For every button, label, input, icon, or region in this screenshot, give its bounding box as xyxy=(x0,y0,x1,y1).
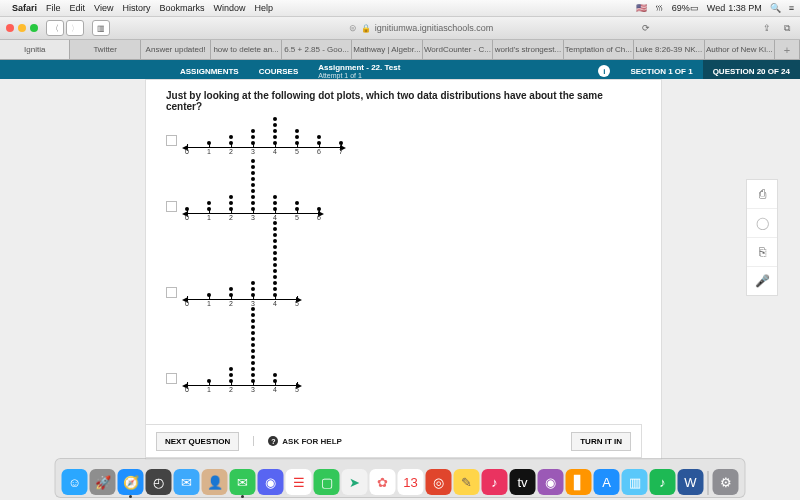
browser-tab[interactable]: Mathway | Algebr... xyxy=(352,40,422,59)
share-icon[interactable]: ⇪ xyxy=(760,23,774,33)
dock-discord-icon[interactable]: ◉ xyxy=(258,469,284,495)
browser-tab[interactable]: Ignitia xyxy=(0,40,70,59)
dotplot: 012345 xyxy=(187,230,297,310)
question-footer: NEXT QUESTION ? ASK FOR HELP TURN IT IN xyxy=(145,424,642,458)
browser-tab[interactable]: Luke 8:26-39 NK... xyxy=(634,40,704,59)
back-button[interactable]: 〈 xyxy=(46,20,64,36)
browser-tab[interactable]: 6.5 + 2.85 - Goo... xyxy=(282,40,352,59)
nav-courses[interactable]: COURSES xyxy=(249,67,309,76)
sidebar-button[interactable]: ▥ xyxy=(92,20,110,36)
dock-calendar-icon[interactable]: 13 xyxy=(398,469,424,495)
menu-help[interactable]: Help xyxy=(254,3,273,13)
dock-podcasts-icon[interactable]: ◉ xyxy=(538,469,564,495)
dock-appstore-icon[interactable]: A xyxy=(594,469,620,495)
menu-view[interactable]: View xyxy=(94,3,113,13)
browser-tab[interactable]: WordCounter - C... xyxy=(423,40,493,59)
dotplot-option[interactable]: 012345 xyxy=(166,230,641,310)
dock-spotify-icon[interactable]: ♪ xyxy=(650,469,676,495)
menu-icon[interactable]: ≡ xyxy=(789,3,794,13)
question-text: Just by looking at the following dot plo… xyxy=(166,90,641,112)
window-controls[interactable] xyxy=(6,24,38,32)
option-checkbox[interactable] xyxy=(166,373,177,384)
dock-launchpad-icon[interactable]: 🚀 xyxy=(90,469,116,495)
option-checkbox[interactable] xyxy=(166,201,177,212)
browser-tab[interactable]: Author of New Ki... xyxy=(705,40,775,59)
copy-icon[interactable]: ⎘ xyxy=(747,238,777,267)
dock-messages-icon[interactable]: ✉ xyxy=(230,469,256,495)
next-question-button[interactable]: NEXT QUESTION xyxy=(156,432,239,451)
dotplot-option[interactable]: 01234567 xyxy=(166,118,641,158)
info-icon[interactable]: i xyxy=(598,65,610,77)
dock-ibooks-icon[interactable]: ▋ xyxy=(566,469,592,495)
zoom-window-icon[interactable] xyxy=(30,24,38,32)
mac-dock: ☺🚀🧭◴✉👤✉◉☰▢➤✿13◎✎♪tv◉▋A▥♪W⚙ xyxy=(55,458,746,498)
dock-photos-icon[interactable]: ✿ xyxy=(370,469,396,495)
dock-appletv-icon[interactable]: tv xyxy=(510,469,536,495)
nav-assignments[interactable]: ASSIGNMENTS xyxy=(170,67,249,76)
address-bar[interactable]: ⊜ 🔒 ignitiumwa.ignitiaschools.com ⟳ xyxy=(192,23,674,33)
option-checkbox[interactable] xyxy=(166,135,177,146)
globe-icon[interactable]: ◯ xyxy=(747,209,777,238)
mac-menubar: Safari File Edit View History Bookmarks … xyxy=(0,0,800,17)
flag-icon[interactable]: 🇺🇸 xyxy=(636,3,647,13)
dock-facetime-icon[interactable]: ▢ xyxy=(314,469,340,495)
dotplot-option[interactable]: 012345 xyxy=(166,316,641,396)
battery-pct: 69% xyxy=(672,3,690,13)
app-name[interactable]: Safari xyxy=(12,3,37,13)
dock-settings-icon[interactable]: ⚙ xyxy=(713,469,739,495)
tabs-icon[interactable]: ⧉ xyxy=(780,23,794,34)
dock-notes-icon[interactable]: ✎ xyxy=(454,469,480,495)
tab-bar: IgnitiaTwitterAnswer updated!how to dele… xyxy=(0,40,800,60)
help-icon: ? xyxy=(268,436,278,446)
new-tab-button[interactable]: + xyxy=(775,40,800,59)
browser-tab[interactable]: Temptation of Ch... xyxy=(564,40,634,59)
ask-help-button[interactable]: ? ASK FOR HELP xyxy=(253,436,342,446)
browser-tab[interactable]: Twitter xyxy=(70,40,140,59)
forward-button[interactable]: 〉 xyxy=(66,20,84,36)
browser-toolbar: 〈 〉 ▥ ⊜ 🔒 ignitiumwa.ignitiaschools.com … xyxy=(0,17,800,40)
clock-day: Wed xyxy=(707,3,725,13)
section-indicator[interactable]: SECTION 1 OF 1 xyxy=(620,67,702,76)
close-window-icon[interactable] xyxy=(6,24,14,32)
dotplot: 012345 xyxy=(187,316,297,396)
option-checkbox[interactable] xyxy=(166,287,177,298)
side-toolbar: ⎙ ◯ ⎘ 🎤 xyxy=(746,179,778,296)
browser-tab[interactable]: world's strongest... xyxy=(493,40,563,59)
assignment-header: Assignment - 22. Test Attempt 1 of 1 xyxy=(308,63,410,79)
menu-history[interactable]: History xyxy=(122,3,150,13)
mic-icon[interactable]: 🎤 xyxy=(747,267,777,295)
clock-time: 1:38 PM xyxy=(728,3,762,13)
browser-tab[interactable]: how to delete an... xyxy=(211,40,281,59)
dock-preview-icon[interactable]: ▥ xyxy=(622,469,648,495)
battery-icon: ▭ xyxy=(690,3,699,13)
wifi-icon[interactable]: ᯾ xyxy=(655,3,664,13)
menu-file[interactable]: File xyxy=(46,3,61,13)
url-text: ignitiumwa.ignitiaschools.com xyxy=(375,23,494,33)
dock-photobooth-icon[interactable]: ◎ xyxy=(426,469,452,495)
print-icon[interactable]: ⎙ xyxy=(747,180,777,209)
search-icon[interactable]: 🔍 xyxy=(770,3,781,13)
lock-icon: 🔒 xyxy=(361,24,371,33)
dock-word-icon[interactable]: W xyxy=(678,469,704,495)
dotplot: 01234567 xyxy=(187,118,341,158)
dock-finder-icon[interactable]: ☺ xyxy=(62,469,88,495)
menu-window[interactable]: Window xyxy=(213,3,245,13)
dotplot: 0123456 xyxy=(187,164,319,224)
reload-icon[interactable]: ⟳ xyxy=(642,23,650,33)
dock-maps-icon[interactable]: ➤ xyxy=(342,469,368,495)
question-paper: Just by looking at the following dot plo… xyxy=(145,79,662,460)
menu-bookmarks[interactable]: Bookmarks xyxy=(159,3,204,13)
browser-tab[interactable]: Answer updated! xyxy=(141,40,211,59)
dotplot-option[interactable]: 0123456 xyxy=(166,164,641,224)
dock-safari-icon[interactable]: 🧭 xyxy=(118,469,144,495)
dock-reminders-icon[interactable]: ☰ xyxy=(286,469,312,495)
reader-icon[interactable]: ⊜ xyxy=(349,23,357,33)
dock-contacts-icon[interactable]: 👤 xyxy=(202,469,228,495)
dock-mail-icon[interactable]: ✉ xyxy=(174,469,200,495)
minimize-window-icon[interactable] xyxy=(18,24,26,32)
content-stage: Just by looking at the following dot plo… xyxy=(0,79,800,460)
menu-edit[interactable]: Edit xyxy=(70,3,86,13)
dock-itunes-icon[interactable]: ♪ xyxy=(482,469,508,495)
dock-dashboard-icon[interactable]: ◴ xyxy=(146,469,172,495)
turn-it-in-button[interactable]: TURN IT IN xyxy=(571,432,631,451)
